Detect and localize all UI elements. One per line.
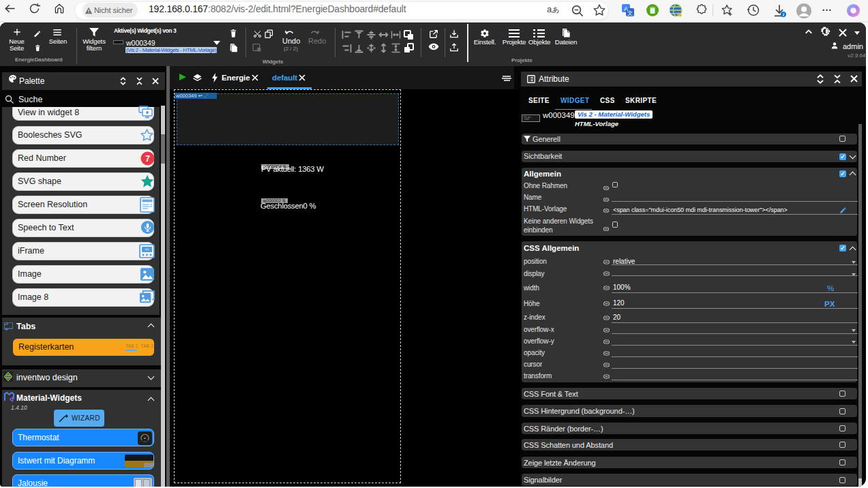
svg-text:</>: </> [145, 248, 149, 251]
svg-text:7: 7 [145, 154, 150, 164]
svg-text:文: 文 [627, 10, 633, 16]
